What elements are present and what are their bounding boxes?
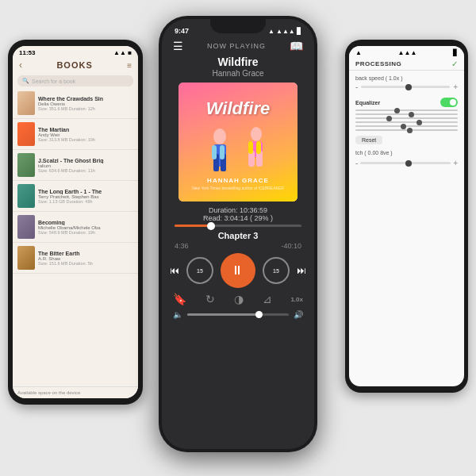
progress-track[interactable] bbox=[175, 225, 301, 227]
reset-button[interactable]: Reset bbox=[355, 136, 382, 144]
eq-slider-1[interactable] bbox=[355, 109, 458, 111]
right-signal-icon: ▲▲▲ bbox=[398, 49, 417, 56]
time-remaining: -40:10 bbox=[281, 242, 301, 250]
pitch-label: tch ( 0.00 8ve ) bbox=[355, 150, 458, 155]
pitch-section: tch ( 0.00 8ve ) - + bbox=[355, 150, 458, 167]
equalizer-label: Equalizer bbox=[355, 98, 458, 107]
book-title: J.Scalzi - The Ghost Brig bbox=[38, 158, 133, 163]
pitch-slider-row: - + bbox=[355, 159, 458, 167]
volume-row: 🔈 🔊 bbox=[162, 307, 314, 325]
book-cover-inner: Wildfire bbox=[178, 83, 298, 202]
list-item[interactable]: Becoming Michelle Obama/Michele Oba Size… bbox=[13, 212, 138, 243]
back-arrow-icon[interactable]: ‹ bbox=[19, 60, 22, 71]
duration-info: Duration: 10:36:59 Read: 3:04:14 ( 29% ) bbox=[162, 206, 314, 222]
eq-slider-6[interactable] bbox=[355, 129, 458, 131]
left-signal: ▲▲ ■ bbox=[113, 49, 132, 56]
left-phone: 11:53 ▲▲ ■ ‹ BOOKS ≡ 🔍 Search for a book… bbox=[8, 40, 143, 405]
refresh-button[interactable]: ↻ bbox=[205, 293, 215, 305]
left-header: ‹ BOOKS ≡ bbox=[13, 58, 138, 74]
eq-slider-row bbox=[355, 125, 458, 127]
rewind-label: 15 bbox=[197, 268, 203, 274]
eq-slider-row bbox=[355, 129, 458, 131]
book-title: Where the Crawdads Sin bbox=[38, 96, 133, 102]
left-header-title: BOOKS bbox=[56, 60, 92, 70]
eq-slider-row bbox=[355, 109, 458, 111]
controls-section: ⏮ 15 ⏸ 15 ⏭ 🔖 ↻ ◑ ⊿ 1.0x bbox=[162, 250, 314, 307]
playback-speed-label: back speed ( 1.0x ) bbox=[355, 75, 458, 81]
center-book-author: Hannah Grace bbox=[162, 68, 314, 81]
list-item[interactable]: The Martian Andy Weir Size: 313.8 MB Dur… bbox=[13, 119, 138, 150]
pitch-minus-btn[interactable]: - bbox=[355, 159, 358, 167]
speed-plus-btn[interactable]: + bbox=[453, 83, 458, 91]
menu-icon[interactable]: ☰ bbox=[173, 40, 183, 52]
speed-button[interactable]: 1.0x bbox=[290, 296, 303, 303]
time-row: 4:36 -40:10 bbox=[162, 242, 314, 250]
list-item[interactable]: The Bitter Earth A.R. Shaw Size: 151.6 M… bbox=[13, 243, 138, 274]
time-current: 4:36 bbox=[175, 242, 189, 250]
book-cover-img bbox=[17, 153, 35, 177]
playback-speed-slider[interactable] bbox=[361, 86, 450, 88]
list-item[interactable]: J.Scalzi - The Ghost Brig talium Size: 6… bbox=[13, 150, 138, 181]
eq-slider-4[interactable] bbox=[355, 121, 458, 123]
eq-slider-row bbox=[355, 113, 458, 115]
main-controls: ⏮ 15 ⏸ 15 ⏭ bbox=[170, 253, 306, 288]
eq-slider-3[interactable] bbox=[355, 117, 458, 119]
list-item[interactable]: The Long Earth - 1 - The Terry Pratchett… bbox=[13, 181, 138, 212]
book-meta: Size: 313.8 MB Duration: 10h bbox=[38, 137, 133, 142]
progress-bar-section[interactable] bbox=[162, 222, 314, 229]
playback-speed-row: - + bbox=[355, 83, 458, 91]
duration-label: Duration: 10:36:59 bbox=[162, 206, 314, 214]
book-title: The Bitter Earth bbox=[38, 251, 133, 256]
eq-slider-row bbox=[355, 117, 458, 119]
right-wifi-icon: ▲ bbox=[355, 49, 362, 56]
read-label: Read: 3:04:14 ( 29% ) bbox=[162, 214, 314, 222]
volume-slider[interactable] bbox=[187, 313, 289, 316]
book-cover-img bbox=[17, 91, 35, 115]
equalizer-toggle[interactable] bbox=[440, 98, 458, 107]
bookmark-button[interactable]: 🔖 bbox=[173, 293, 186, 305]
eq-slider-2[interactable] bbox=[355, 113, 458, 115]
svg-rect-4 bbox=[212, 145, 217, 159]
library-icon[interactable]: 📖 bbox=[290, 40, 303, 52]
eq-sliders bbox=[355, 109, 458, 131]
right-check-icon[interactable]: ✓ bbox=[451, 60, 458, 68]
book-meta: Size: 351.6 MB Duration: 12h bbox=[38, 106, 133, 111]
play-pause-button[interactable]: ⏸ bbox=[221, 253, 255, 288]
right-content: back speed ( 1.0x ) - + Equalizer bbox=[349, 71, 464, 386]
right-battery-icon: ▊ bbox=[453, 49, 458, 56]
list-item[interactable]: Where the Crawdads Sin Delia Owens Size:… bbox=[13, 88, 138, 119]
center-signal-icons: ▲ ▲▲▲ ▊ bbox=[268, 28, 301, 35]
book-cover-img bbox=[17, 122, 35, 146]
pitch-slider[interactable] bbox=[360, 162, 451, 164]
right-phone-screen: ▲ ▲▲▲ ▊ PROCESSING ✓ back speed ( 1.0x )… bbox=[349, 46, 464, 386]
eq-slider-5[interactable] bbox=[355, 125, 458, 127]
airplay-button[interactable]: ⊿ bbox=[263, 293, 272, 305]
book-info: Where the Crawdads Sin Delia Owens Size:… bbox=[38, 96, 133, 111]
half-circle-button[interactable]: ◑ bbox=[234, 293, 244, 305]
pitch-plus-btn[interactable]: + bbox=[453, 159, 458, 167]
rewind-button[interactable]: 15 bbox=[186, 257, 213, 284]
svg-point-0 bbox=[213, 129, 226, 144]
search-placeholder: Search for a book bbox=[32, 79, 75, 84]
book-meta: Size: 151.6 MB Duration: 5h bbox=[38, 261, 133, 266]
svg-point-6 bbox=[251, 127, 262, 141]
cover-author-text: HANNAH GRACE bbox=[207, 177, 269, 184]
progress-thumb bbox=[207, 222, 215, 230]
book-cover-img bbox=[17, 184, 35, 208]
pause-icon: ⏸ bbox=[231, 263, 245, 278]
book-info: The Long Earth - 1 - The Terry Pratchett… bbox=[38, 189, 133, 204]
speed-minus-btn[interactable]: - bbox=[355, 83, 358, 91]
book-info: The Martian Andy Weir Size: 313.8 MB Dur… bbox=[38, 127, 133, 142]
cover-subtitle-text: New York Times bestselling author of ICE… bbox=[192, 186, 284, 190]
search-bar[interactable]: 🔍 Search for a book bbox=[17, 75, 133, 86]
book-title: The Martian bbox=[38, 127, 133, 132]
skip-forward-button[interactable]: ⏭ bbox=[297, 265, 306, 276]
svg-rect-11 bbox=[256, 141, 261, 154]
center-header: ☰ NOW PLAYING 📖 bbox=[162, 36, 314, 56]
equalizer-section: Equalizer bbox=[355, 98, 458, 145]
left-menu-icon[interactable]: ≡ bbox=[127, 61, 132, 70]
skip-back-button[interactable]: ⏮ bbox=[170, 265, 179, 276]
forward-button[interactable]: 15 bbox=[263, 257, 290, 284]
right-processing-label: PROCESSING bbox=[355, 60, 401, 67]
right-status-bar: ▲ ▲▲▲ ▊ bbox=[349, 46, 464, 58]
